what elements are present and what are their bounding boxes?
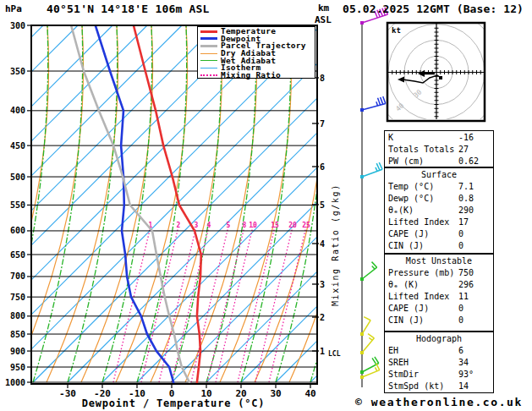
altitude-ref-label: ASL (315, 14, 332, 25)
km-tick-label: 8 (320, 74, 325, 83)
panel-row: PW (cm)0.62 (387, 156, 491, 167)
hodograph: 3040kt (372, 8, 501, 137)
panel-row-value: 14 (458, 381, 469, 392)
panel-row-label: K (388, 132, 393, 144)
km-tick-label: 6 (320, 162, 325, 172)
panel-row-label: CAPE (J) (388, 228, 429, 240)
panel-row: CIN (J)0 (387, 240, 491, 252)
panel-row-value: 0 (458, 228, 463, 240)
hodograph-trace-origin (439, 76, 442, 79)
pressure-tick-label: 750 (10, 293, 25, 302)
panel-row-label: θₑ(K) (388, 205, 414, 216)
legend-swatch-temperature (200, 30, 217, 33)
km-tick-label: 7 (320, 119, 325, 129)
panel-row-value: 750 (458, 267, 474, 279)
legend-swatch-mixing-ratio (200, 74, 217, 76)
panel-row-label: Pressure (mb) (388, 267, 454, 279)
wet-adiabat-line (33, 25, 83, 382)
panel-row: CIN (J)0 (387, 315, 491, 326)
panel-row: Lifted Index17 (387, 216, 491, 228)
stability-indices-panel: K-16Totals Totals27PW (cm)0.62 (384, 130, 494, 167)
panel-row: StmDir93° (387, 369, 491, 381)
hodograph-trace-arrowhead (398, 77, 404, 83)
pressure-tick-label: 350 (10, 67, 25, 76)
mixing-ratio-value-label: 25 (302, 222, 310, 229)
mixing-ratio-axis-label: Mixing Ratio (g/kg) (331, 184, 340, 306)
pressure-unit-label: hPa (5, 3, 22, 14)
wind-barb (360, 162, 382, 178)
pressure-tick-label: 500 (10, 173, 25, 182)
mixing-ratio-line (207, 227, 244, 382)
panel-row-label: CIN (J) (388, 315, 424, 326)
wet-adiabat-line (68, 25, 118, 382)
panel-row: CAPE (J)0 (387, 303, 491, 315)
panel-row-value: 0 (458, 303, 463, 315)
km-tick-label: 1 (320, 347, 325, 356)
mixing-ratio-value-label: 8 (243, 222, 247, 229)
wind-barb (360, 96, 386, 112)
panel-title: Surface (387, 169, 491, 181)
panel-title: Most Unstable (387, 255, 491, 267)
pressure-tick-label: 450 (10, 141, 25, 151)
hodograph-unit-label: kt (392, 26, 401, 35)
pressure-tick-label: 850 (10, 330, 25, 339)
mixing-ratio-value-label: 15 (271, 222, 279, 229)
pressure-tick-label: 950 (10, 363, 25, 372)
panel-row-value: 296 (458, 279, 474, 291)
panel-row-value: 17 (458, 216, 469, 228)
pressure-tick-label: 650 (10, 250, 25, 260)
panel-row: StmSpd (kt)14 (387, 381, 491, 392)
lcl-label: LCL (328, 350, 341, 358)
hodograph-stats-panel: HodographEH6SREH34StmDir93°StmSpd (kt)14 (384, 332, 494, 393)
legend-box: TemperatureDewpointParcel TrajectoryDry … (197, 26, 315, 79)
legend-swatch-dewpoint (200, 37, 217, 40)
legend-item-label: Mixing Ratio (221, 72, 281, 79)
datetime-title: 05.02.2025 12GMT (Base: 12) (343, 3, 524, 15)
dry-adiabat-line (289, 25, 361, 382)
wind-barb (360, 262, 377, 281)
pressure-tick-label: 1000 (5, 378, 25, 387)
km-tick-label: 2 (320, 313, 325, 322)
x-tick-label: 40 (304, 388, 315, 399)
mixing-ratio-value-label: 10 (249, 222, 257, 229)
panel-row: θₑ(K)290 (387, 205, 491, 216)
panel-row: CAPE (J)0 (387, 228, 491, 240)
legend-swatch-isotherm (200, 68, 217, 68)
legend-swatch-wet-adiabat (200, 60, 217, 61)
series-parcel-trajectory (71, 25, 189, 382)
panel-row-value: 0.62 (458, 156, 479, 167)
mixing-ratio-value-label: 20 (288, 222, 297, 229)
panel-row-label: Lifted Index (388, 216, 449, 228)
panel-row-value: 27 (458, 144, 469, 156)
panel-row-label: θₑ (K) (388, 279, 419, 291)
panel-row-value: 0 (458, 240, 463, 252)
legend-swatch-dry-adiabat (200, 53, 217, 54)
panel-row-label: EH (388, 345, 398, 357)
panel-row-value: 11 (458, 291, 469, 303)
station-title: 40°51'N 14°18'E 106m ASL (47, 3, 210, 15)
pressure-tick-label: 400 (10, 106, 25, 115)
legend-item: Mixing Ratio (200, 72, 315, 79)
pressure-tick-label: 700 (10, 271, 25, 281)
mixing-ratio-line (238, 227, 275, 382)
panel-row-value: 0.8 (458, 193, 474, 205)
panel-row: Pressure (mb)750 (387, 267, 491, 279)
panel-row-value: 93° (458, 369, 474, 381)
credit-footer: © weatheronline.co.uk (355, 396, 523, 408)
pressure-tick-label: 600 (10, 226, 25, 235)
pressure-tick-label: 800 (10, 311, 25, 321)
pressure-tick-label: 300 (10, 21, 25, 30)
panel-row-value: 7.1 (458, 181, 474, 193)
km-tick-label: 4 (320, 239, 325, 249)
panel-row-value: 34 (458, 357, 469, 369)
panel-row: Temp (°C)7.1 (387, 181, 491, 193)
panel-row-value: 0 (458, 315, 463, 326)
mixing-ratio-value-label: 2 (177, 222, 181, 229)
panel-row: Lifted Index11 (387, 291, 491, 303)
skewt-sounding-page: 1234581015202530035040045050055060065070… (0, 0, 532, 411)
panel-row-label: StmDir (388, 369, 419, 381)
panel-row-value: 6 (458, 345, 463, 357)
panel-row: Dewp (°C)0.8 (387, 193, 491, 205)
panel-row-label: CAPE (J) (388, 303, 429, 315)
hodograph-ring-label: 40 (394, 101, 405, 112)
